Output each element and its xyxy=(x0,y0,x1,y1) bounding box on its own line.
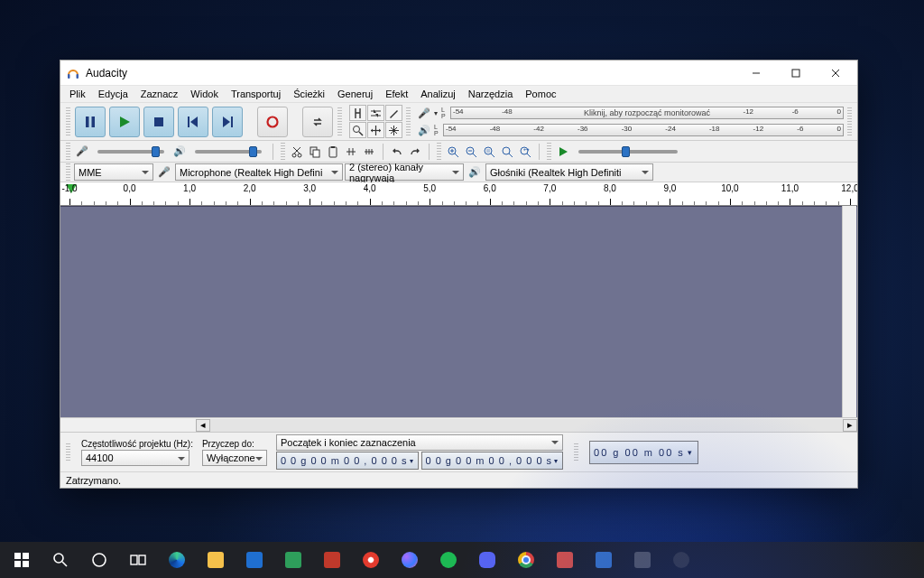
scroll-left-button[interactable]: ◂ xyxy=(196,419,210,432)
audio-host-select[interactable]: MME xyxy=(74,163,153,181)
edge-icon[interactable] xyxy=(159,542,195,578)
svg-rect-7 xyxy=(92,117,96,127)
pause-button[interactable] xyxy=(75,107,106,137)
discord-icon[interactable] xyxy=(469,542,505,578)
store-icon[interactable] xyxy=(236,542,273,578)
selection-tool[interactable] xyxy=(349,105,366,121)
grip-icon[interactable] xyxy=(847,107,852,136)
grip-icon[interactable] xyxy=(406,107,411,136)
selection-mode-select[interactable]: Początek i koniec zaznaczenia xyxy=(276,434,563,451)
timeshift-tool[interactable] xyxy=(367,122,384,138)
spotify-icon[interactable] xyxy=(430,542,467,578)
playback-volume-slider[interactable] xyxy=(195,150,262,154)
undo-button[interactable] xyxy=(389,144,405,160)
rec-vol-icon: 🎤 xyxy=(74,144,90,160)
zoom-tool[interactable] xyxy=(349,122,366,138)
grip-icon[interactable] xyxy=(437,143,441,161)
cut-button[interactable] xyxy=(289,144,305,160)
scroll-right-button[interactable]: ▸ xyxy=(843,419,857,432)
timeline-ruler[interactable]: -1,00,01,02,03,04,05,06,07,08,09,010,011… xyxy=(60,182,857,206)
audacity-logo-icon xyxy=(66,66,80,80)
taskbar-app-icon[interactable] xyxy=(547,542,583,578)
menu-transportuj[interactable]: Transportuj xyxy=(226,88,286,100)
skip-start-button[interactable] xyxy=(178,107,208,137)
menu-narzedzia[interactable]: Narzędzia xyxy=(463,88,519,100)
menu-zaznacz[interactable]: Zaznacz xyxy=(135,88,184,100)
skip-end-button[interactable] xyxy=(212,107,243,137)
project-rate-label: Częstotliwość projektu (Hz): xyxy=(81,439,193,449)
maximize-button[interactable] xyxy=(776,61,816,86)
play-button[interactable] xyxy=(109,107,140,137)
fit-project-button[interactable] xyxy=(499,144,515,160)
menu-edycja[interactable]: Edycja xyxy=(93,88,134,100)
chrome-icon[interactable] xyxy=(508,542,544,578)
taskbar-app-icon[interactable] xyxy=(314,542,350,578)
taskbar-app-icon[interactable] xyxy=(624,542,661,578)
grip-icon[interactable] xyxy=(66,163,70,182)
audio-position-time[interactable]: 00 g 00 m 00 s▾ xyxy=(589,441,698,464)
snap-to-select[interactable]: Wyłączone xyxy=(202,450,267,466)
loop-button[interactable] xyxy=(302,107,333,137)
menu-bar: Plik Edycja Zaznacz Widok Transportuj Śc… xyxy=(60,86,857,103)
messenger-icon[interactable] xyxy=(392,542,428,578)
close-button[interactable] xyxy=(816,61,855,86)
minimize-button[interactable] xyxy=(736,61,776,86)
start-button[interactable] xyxy=(4,542,40,578)
zoom-out-button[interactable] xyxy=(463,144,479,160)
recording-device-select[interactable]: Microphone (Realtek High Defini xyxy=(175,163,343,181)
selection-start-time[interactable]: 0 0 g 0 0 m 0 0 , 0 0 0 s▾ xyxy=(276,452,419,470)
playback-device-select[interactable]: Głośniki (Realtek High Definiti xyxy=(485,163,653,181)
grip-icon[interactable] xyxy=(574,443,578,461)
menu-analizuj[interactable]: Analizuj xyxy=(415,88,461,100)
svg-rect-39 xyxy=(486,149,490,153)
menu-generuj[interactable]: Generuj xyxy=(332,88,378,100)
record-button[interactable] xyxy=(257,107,288,137)
zoom-in-button[interactable] xyxy=(445,144,461,160)
menu-sciezki[interactable]: Ścieżki xyxy=(288,88,330,100)
multi-tool[interactable] xyxy=(385,122,402,138)
recording-channels-select[interactable]: 2 (stereo) kanały nagrywają xyxy=(345,163,464,181)
redo-button[interactable] xyxy=(407,144,423,160)
svg-marker-11 xyxy=(190,117,198,127)
paste-button[interactable] xyxy=(325,144,341,160)
recording-volume-slider[interactable] xyxy=(97,150,164,154)
grip-icon[interactable] xyxy=(547,143,551,161)
task-view-icon[interactable] xyxy=(120,542,156,578)
recording-meter[interactable]: -54-48-12-60 Kliknij, aby rozpocząć moni… xyxy=(450,107,844,119)
project-rate-select[interactable]: 44100 xyxy=(81,450,189,466)
menu-pomoc[interactable]: Pomoc xyxy=(520,88,561,100)
taskbar-app-icon[interactable] xyxy=(663,542,699,578)
playback-speed-slider[interactable] xyxy=(578,150,678,154)
grip-icon[interactable] xyxy=(66,143,70,161)
horizontal-scrollbar[interactable]: ◂ ▸ xyxy=(60,417,857,432)
menu-efekt[interactable]: Efekt xyxy=(380,88,413,100)
play-at-speed-button[interactable] xyxy=(555,144,571,160)
opera-icon[interactable] xyxy=(353,542,389,578)
envelope-tool[interactable] xyxy=(367,105,384,121)
copy-button[interactable] xyxy=(307,144,323,160)
svg-rect-10 xyxy=(188,117,189,127)
playback-meter[interactable]: -54-48-42-36-30-24-18-12-60 xyxy=(443,124,844,136)
fit-selection-button[interactable] xyxy=(481,144,497,160)
calculator-icon[interactable] xyxy=(586,542,622,578)
stop-button[interactable] xyxy=(143,107,174,137)
menu-plik[interactable]: Plik xyxy=(64,88,91,100)
track-area[interactable] xyxy=(60,206,857,417)
svg-point-14 xyxy=(268,117,278,126)
draw-tool[interactable] xyxy=(385,105,402,121)
vertical-scrollbar[interactable] xyxy=(842,206,856,417)
taskbar-app-icon[interactable] xyxy=(275,542,311,578)
zoom-toggle-button[interactable]: ↔ xyxy=(517,144,533,160)
grip-icon[interactable] xyxy=(281,143,285,161)
selection-end-time[interactable]: 0 0 g 0 0 m 0 0 , 0 0 0 s▾ xyxy=(421,452,564,470)
silence-button[interactable] xyxy=(361,144,377,160)
svg-rect-49 xyxy=(14,561,21,567)
grip-icon[interactable] xyxy=(66,443,70,461)
explorer-icon[interactable] xyxy=(198,542,234,578)
trim-button[interactable] xyxy=(343,144,359,160)
grip-icon[interactable] xyxy=(337,107,342,136)
menu-widok[interactable]: Widok xyxy=(185,88,224,100)
grip-icon[interactable] xyxy=(66,107,70,136)
cortana-icon[interactable] xyxy=(81,542,117,578)
search-icon[interactable] xyxy=(42,542,79,578)
